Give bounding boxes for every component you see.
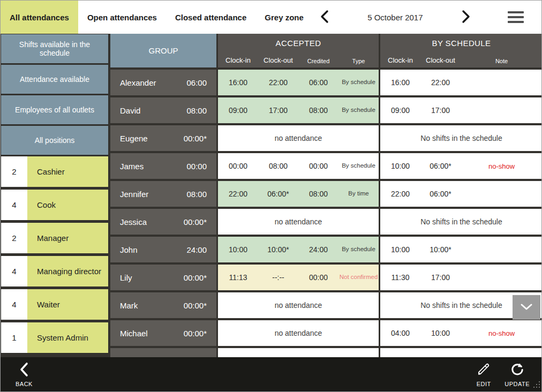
- sidebar-filter-button[interactable]: All positions: [1, 125, 109, 155]
- position-row[interactable]: 1 System Admin: [1, 322, 109, 353]
- filter-list: Shifts available in the schedule Attenda…: [1, 34, 109, 156]
- no-attendance-message: no attendance: [218, 125, 379, 151]
- group-cell[interactable]: John 24:00: [110, 237, 216, 262]
- accepted-credited: 24:00: [298, 245, 338, 254]
- accepted-credited: 00:00: [298, 162, 338, 170]
- schedule-clock-out: 22:00: [420, 78, 461, 87]
- accepted-type: By schedule: [338, 162, 379, 169]
- top-bar: All attendances Open attendances Closed …: [1, 1, 541, 34]
- tab[interactable]: Open attendances: [78, 1, 166, 34]
- position-row[interactable]: 4 Managing director: [1, 255, 109, 287]
- partial-next-row: [110, 348, 541, 357]
- employee-name: Eugene: [120, 134, 148, 143]
- tab[interactable]: All attendances: [1, 1, 78, 34]
- group-cell[interactable]: James 00:00: [110, 153, 216, 179]
- accepted-clock-in: 10:00: [218, 245, 258, 254]
- position-count: 2: [1, 223, 27, 253]
- accepted-cell[interactable]: no attendance: [218, 320, 379, 346]
- back-label: BACK: [16, 381, 33, 387]
- position-count: 4: [1, 256, 27, 287]
- accepted-cell[interactable]: 22:00 06:00* 08:00 By time: [218, 181, 379, 207]
- accepted-cell[interactable]: no attendance: [218, 209, 379, 235]
- schedule-cell[interactable]: 09:00 17:00: [380, 97, 541, 123]
- group-cell[interactable]: David 08:00: [110, 97, 216, 123]
- by-schedule-title: BY SCHEDULE: [380, 34, 541, 48]
- accepted-clock-out: 06:00*: [258, 190, 298, 198]
- table-body: Alexander 06:00 16:00 22:00 06:00 By sch…: [110, 70, 541, 357]
- accepted-cell[interactable]: no attendance: [218, 125, 379, 151]
- group-cell[interactable]: Lily 00:00*: [110, 265, 216, 290]
- accepted-cell[interactable]: 10:00 10:00* 24:00 By schedule: [218, 237, 379, 262]
- tab-label: Grey zone: [265, 13, 304, 22]
- group-cell[interactable]: Eugene 00:00*: [110, 125, 216, 151]
- tab[interactable]: Closed attendance: [166, 1, 255, 34]
- no-attendance-message: no attendance: [218, 320, 379, 346]
- schedule-clock-out: 10:00*: [420, 245, 461, 254]
- filter-label: All positions: [35, 136, 75, 145]
- employee-total: 00:00: [186, 162, 207, 171]
- schedule-cell[interactable]: 10:00 06:00* no-show: [380, 153, 541, 179]
- accepted-cell[interactable]: 16:00 22:00 06:00 By schedule: [218, 70, 379, 95]
- employee-total: 00:00*: [184, 301, 207, 310]
- table-row: James 00:00 00:00 08:00 00:00 By schedul…: [110, 153, 541, 179]
- schedule-cell[interactable]: No shifts in the schedule: [380, 125, 541, 151]
- tab-label: Open attendances: [87, 13, 157, 22]
- schedule-note: no-show: [461, 329, 541, 337]
- schedule-cell[interactable]: 22:00 06:00*: [380, 181, 541, 207]
- sidebar-filter-button[interactable]: Employees of all outlets: [1, 95, 109, 125]
- schedule-clock-in: 22:00: [380, 190, 420, 198]
- accepted-credited: 08:00: [298, 190, 338, 198]
- group-cell[interactable]: Jennifer 08:00: [110, 181, 216, 207]
- position-row[interactable]: 4 Cook: [1, 189, 109, 221]
- group-cell[interactable]: Jessica 00:00*: [110, 209, 216, 235]
- resize-grip[interactable]: [533, 381, 540, 390]
- schedule-clock-out: 17:00: [420, 273, 461, 282]
- schedule-cell[interactable]: 10:00 10:00*: [380, 237, 541, 262]
- schedule-clock-out: 10:00: [420, 329, 461, 337]
- employee-name: Mark: [120, 301, 138, 310]
- no-attendance-message: no attendance: [218, 292, 379, 318]
- accepted-cell[interactable]: 09:00 17:00 08:00 By schedule: [218, 97, 379, 123]
- col-accepted-clock-in: Clock-in: [218, 56, 258, 64]
- employee-name: John: [120, 245, 138, 254]
- edit-label: EDIT: [477, 381, 491, 387]
- hamburger-icon: [508, 11, 524, 23]
- accepted-clock-out: 10:00*: [258, 245, 298, 254]
- main-area: Shifts available in the schedule Attenda…: [1, 34, 541, 357]
- previous-day-button[interactable]: [316, 7, 333, 28]
- accepted-cell[interactable]: 11:13 --:-- 00:00 Not confirmed: [218, 265, 379, 290]
- accepted-clock-in: 09:00: [218, 106, 258, 115]
- group-cell[interactable]: Michael 00:00*: [110, 320, 216, 346]
- schedule-cell[interactable]: 16:00 22:00: [380, 70, 541, 95]
- filter-label: Employees of all outlets: [15, 105, 94, 114]
- schedule-cell[interactable]: 04:00 10:00 no-show: [380, 320, 541, 346]
- sidebar-filter-button[interactable]: Shifts available in the schedule: [1, 34, 109, 64]
- tab-label: Closed attendance: [175, 13, 246, 22]
- accepted-cell[interactable]: no attendance: [218, 292, 379, 318]
- accepted-credited: 06:00: [298, 78, 338, 87]
- position-row[interactable]: 2 Manager: [1, 222, 109, 254]
- next-day-button[interactable]: [457, 7, 475, 28]
- position-row[interactable]: 2 Cashier: [1, 156, 109, 187]
- accepted-type: By time: [338, 190, 379, 197]
- filter-label: Attendance available: [20, 75, 89, 84]
- accepted-cell[interactable]: 00:00 08:00 00:00 By schedule: [218, 153, 379, 179]
- accepted-clock-in: 00:00: [218, 162, 258, 170]
- group-cell[interactable]: Mark 00:00*: [110, 292, 216, 318]
- sidebar-filter-button[interactable]: Attendance available: [1, 64, 109, 94]
- group-cell[interactable]: Alexander 06:00: [110, 70, 216, 95]
- scroll-down-button[interactable]: [513, 295, 540, 320]
- position-label: Cashier: [27, 156, 108, 187]
- schedule-cell[interactable]: 11:30 17:00: [380, 265, 541, 290]
- update-button[interactable]: UPDATE: [505, 361, 530, 387]
- menu-button[interactable]: [508, 1, 524, 34]
- current-date: 5 October 2017: [333, 13, 457, 22]
- position-row[interactable]: 4 Waiter: [1, 289, 109, 320]
- schedule-clock-in: 16:00: [380, 78, 420, 87]
- back-button[interactable]: BACK: [16, 361, 33, 387]
- tab[interactable]: Grey zone: [255, 1, 313, 34]
- schedule-cell[interactable]: No shifts in the schedule: [380, 209, 541, 235]
- position-label: Managing director: [27, 256, 108, 287]
- edit-button[interactable]: EDIT: [476, 361, 492, 387]
- attendance-table: GROUP ACCEPTED Clock-in Clock-out Credit…: [110, 34, 541, 357]
